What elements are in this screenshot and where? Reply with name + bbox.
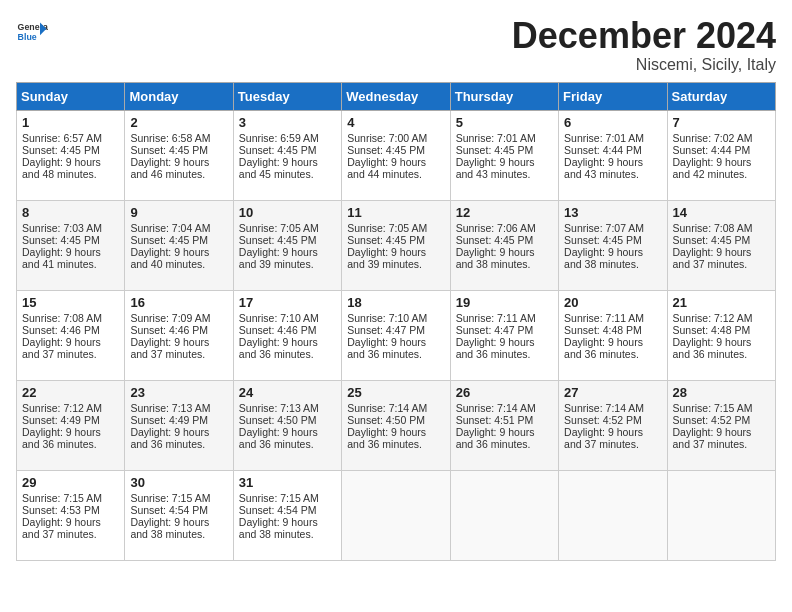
table-cell: 20Sunrise: 7:11 AMSunset: 4:48 PMDayligh… bbox=[559, 290, 667, 380]
sunset-text: Sunset: 4:45 PM bbox=[130, 234, 208, 246]
table-cell: 28Sunrise: 7:15 AMSunset: 4:52 PMDayligh… bbox=[667, 380, 775, 470]
table-cell: 22Sunrise: 7:12 AMSunset: 4:49 PMDayligh… bbox=[17, 380, 125, 470]
daylight-text: Daylight: 9 hours and 43 minutes. bbox=[456, 156, 535, 180]
sunset-text: Sunset: 4:54 PM bbox=[130, 504, 208, 516]
sunrise-text: Sunrise: 7:07 AM bbox=[564, 222, 644, 234]
table-cell: 27Sunrise: 7:14 AMSunset: 4:52 PMDayligh… bbox=[559, 380, 667, 470]
day-number: 31 bbox=[239, 475, 336, 490]
logo-icon: General Blue bbox=[16, 16, 48, 48]
table-cell: 15Sunrise: 7:08 AMSunset: 4:46 PMDayligh… bbox=[17, 290, 125, 380]
day-number: 16 bbox=[130, 295, 227, 310]
sunrise-text: Sunrise: 7:12 AM bbox=[673, 312, 753, 324]
svg-text:Blue: Blue bbox=[18, 32, 37, 42]
day-number: 14 bbox=[673, 205, 770, 220]
daylight-text: Daylight: 9 hours and 45 minutes. bbox=[239, 156, 318, 180]
table-cell: 9Sunrise: 7:04 AMSunset: 4:45 PMDaylight… bbox=[125, 200, 233, 290]
day-number: 8 bbox=[22, 205, 119, 220]
day-number: 27 bbox=[564, 385, 661, 400]
sunrise-text: Sunrise: 7:02 AM bbox=[673, 132, 753, 144]
daylight-text: Daylight: 9 hours and 36 minutes. bbox=[347, 336, 426, 360]
sunrise-text: Sunrise: 6:58 AM bbox=[130, 132, 210, 144]
sunset-text: Sunset: 4:54 PM bbox=[239, 504, 317, 516]
sunrise-text: Sunrise: 7:10 AM bbox=[347, 312, 427, 324]
sunrise-text: Sunrise: 7:11 AM bbox=[456, 312, 536, 324]
sunrise-text: Sunrise: 6:59 AM bbox=[239, 132, 319, 144]
day-number: 3 bbox=[239, 115, 336, 130]
sunset-text: Sunset: 4:44 PM bbox=[564, 144, 642, 156]
sunrise-text: Sunrise: 7:14 AM bbox=[347, 402, 427, 414]
table-cell bbox=[450, 470, 558, 560]
sunrise-text: Sunrise: 7:15 AM bbox=[130, 492, 210, 504]
daylight-text: Daylight: 9 hours and 36 minutes. bbox=[347, 426, 426, 450]
logo: General Blue bbox=[16, 16, 48, 48]
header: General Blue December 2024 Niscemi, Sici… bbox=[16, 16, 776, 74]
sunset-text: Sunset: 4:47 PM bbox=[347, 324, 425, 336]
table-cell: 29Sunrise: 7:15 AMSunset: 4:53 PMDayligh… bbox=[17, 470, 125, 560]
sunrise-text: Sunrise: 7:06 AM bbox=[456, 222, 536, 234]
sunrise-text: Sunrise: 7:12 AM bbox=[22, 402, 102, 414]
sunset-text: Sunset: 4:49 PM bbox=[22, 414, 100, 426]
table-cell: 12Sunrise: 7:06 AMSunset: 4:45 PMDayligh… bbox=[450, 200, 558, 290]
sunset-text: Sunset: 4:45 PM bbox=[673, 234, 751, 246]
table-cell: 2Sunrise: 6:58 AMSunset: 4:45 PMDaylight… bbox=[125, 110, 233, 200]
day-number: 1 bbox=[22, 115, 119, 130]
sunrise-text: Sunrise: 7:00 AM bbox=[347, 132, 427, 144]
daylight-text: Daylight: 9 hours and 36 minutes. bbox=[22, 426, 101, 450]
table-cell: 31Sunrise: 7:15 AMSunset: 4:54 PMDayligh… bbox=[233, 470, 341, 560]
calendar-week-1: 1Sunrise: 6:57 AMSunset: 4:45 PMDaylight… bbox=[17, 110, 776, 200]
day-number: 6 bbox=[564, 115, 661, 130]
day-number: 28 bbox=[673, 385, 770, 400]
day-number: 9 bbox=[130, 205, 227, 220]
day-number: 4 bbox=[347, 115, 444, 130]
daylight-text: Daylight: 9 hours and 36 minutes. bbox=[130, 426, 209, 450]
sunrise-text: Sunrise: 7:05 AM bbox=[347, 222, 427, 234]
table-cell bbox=[559, 470, 667, 560]
sunset-text: Sunset: 4:46 PM bbox=[22, 324, 100, 336]
sunrise-text: Sunrise: 7:13 AM bbox=[239, 402, 319, 414]
col-thursday: Thursday bbox=[450, 82, 558, 110]
sunrise-text: Sunrise: 7:03 AM bbox=[22, 222, 102, 234]
daylight-text: Daylight: 9 hours and 36 minutes. bbox=[239, 426, 318, 450]
sunrise-text: Sunrise: 7:01 AM bbox=[456, 132, 536, 144]
table-cell: 14Sunrise: 7:08 AMSunset: 4:45 PMDayligh… bbox=[667, 200, 775, 290]
sunrise-text: Sunrise: 7:04 AM bbox=[130, 222, 210, 234]
day-number: 12 bbox=[456, 205, 553, 220]
table-cell bbox=[667, 470, 775, 560]
daylight-text: Daylight: 9 hours and 48 minutes. bbox=[22, 156, 101, 180]
day-number: 24 bbox=[239, 385, 336, 400]
table-cell: 24Sunrise: 7:13 AMSunset: 4:50 PMDayligh… bbox=[233, 380, 341, 470]
table-cell: 21Sunrise: 7:12 AMSunset: 4:48 PMDayligh… bbox=[667, 290, 775, 380]
sunrise-text: Sunrise: 7:10 AM bbox=[239, 312, 319, 324]
sunset-text: Sunset: 4:45 PM bbox=[564, 234, 642, 246]
table-cell: 5Sunrise: 7:01 AMSunset: 4:45 PMDaylight… bbox=[450, 110, 558, 200]
day-number: 13 bbox=[564, 205, 661, 220]
sunrise-text: Sunrise: 7:01 AM bbox=[564, 132, 644, 144]
sunrise-text: Sunrise: 7:09 AM bbox=[130, 312, 210, 324]
sunset-text: Sunset: 4:45 PM bbox=[130, 144, 208, 156]
sunset-text: Sunset: 4:53 PM bbox=[22, 504, 100, 516]
col-tuesday: Tuesday bbox=[233, 82, 341, 110]
calendar-week-3: 15Sunrise: 7:08 AMSunset: 4:46 PMDayligh… bbox=[17, 290, 776, 380]
day-number: 19 bbox=[456, 295, 553, 310]
daylight-text: Daylight: 9 hours and 39 minutes. bbox=[239, 246, 318, 270]
sunrise-text: Sunrise: 7:05 AM bbox=[239, 222, 319, 234]
daylight-text: Daylight: 9 hours and 36 minutes. bbox=[456, 336, 535, 360]
day-number: 5 bbox=[456, 115, 553, 130]
day-number: 15 bbox=[22, 295, 119, 310]
calendar-week-4: 22Sunrise: 7:12 AMSunset: 4:49 PMDayligh… bbox=[17, 380, 776, 470]
sunset-text: Sunset: 4:50 PM bbox=[239, 414, 317, 426]
daylight-text: Daylight: 9 hours and 37 minutes. bbox=[22, 516, 101, 540]
sunset-text: Sunset: 4:51 PM bbox=[456, 414, 534, 426]
day-number: 18 bbox=[347, 295, 444, 310]
day-number: 20 bbox=[564, 295, 661, 310]
table-cell: 23Sunrise: 7:13 AMSunset: 4:49 PMDayligh… bbox=[125, 380, 233, 470]
day-number: 21 bbox=[673, 295, 770, 310]
daylight-text: Daylight: 9 hours and 38 minutes. bbox=[564, 246, 643, 270]
day-number: 25 bbox=[347, 385, 444, 400]
col-monday: Monday bbox=[125, 82, 233, 110]
daylight-text: Daylight: 9 hours and 40 minutes. bbox=[130, 246, 209, 270]
day-number: 22 bbox=[22, 385, 119, 400]
calendar-week-2: 8Sunrise: 7:03 AMSunset: 4:45 PMDaylight… bbox=[17, 200, 776, 290]
day-number: 26 bbox=[456, 385, 553, 400]
sunset-text: Sunset: 4:47 PM bbox=[456, 324, 534, 336]
